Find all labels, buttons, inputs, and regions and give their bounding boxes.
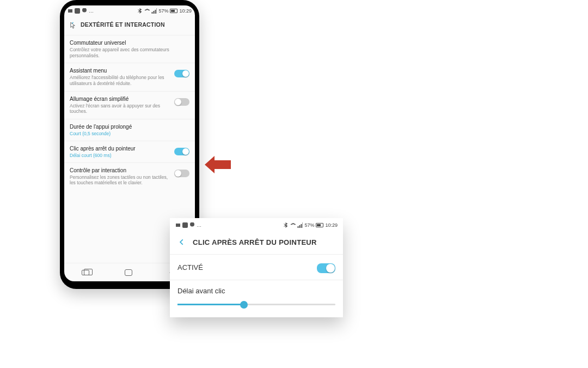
setting-value: Court (0,5 seconde) <box>70 131 189 136</box>
wifi-icon <box>290 223 296 227</box>
bluetooth-icon <box>283 222 289 228</box>
setting-desc: Personnalisez les zones tactiles ou non … <box>70 174 171 186</box>
notification-icon <box>68 8 73 14</box>
page-title: DEXTÉRITÉ ET INTERACTION <box>81 21 165 28</box>
setting-desc: Améliorez l'accessibilité du téléphone p… <box>70 75 171 86</box>
setting-title: Contrôle par interaction <box>70 167 171 173</box>
detail-status-bar: … 57% 10:29 <box>170 218 343 232</box>
person-icon <box>82 8 87 14</box>
setting-universal-switch[interactable]: Commutateur universel Contrôlez votre ap… <box>64 35 195 63</box>
more-icon: … <box>89 8 94 14</box>
more-icon: … <box>197 222 201 228</box>
setting-interaction-control[interactable]: Contrôle par interaction Personnalisez l… <box>64 163 195 190</box>
detail-title: CLIC APRÈS ARRÊT DU POINTEUR <box>193 238 317 246</box>
notification-icon <box>175 222 181 228</box>
setting-title: Clic après arrêt du pointeur <box>70 146 171 152</box>
active-row[interactable]: ACTIVÉ <box>170 255 343 280</box>
battery-icon <box>316 223 323 227</box>
bluetooth-icon <box>137 8 143 14</box>
callout-arrow-icon <box>203 153 233 177</box>
wifi-icon <box>144 9 150 13</box>
setting-title: Assistant menu <box>70 68 171 74</box>
signal-icon <box>297 222 303 228</box>
status-bar: … 57% 10:29 <box>64 5 195 16</box>
battery-percent: 57% <box>158 8 168 14</box>
setting-long-press-duration[interactable]: Durée de l'appui prolongé Court (0,5 sec… <box>64 119 195 141</box>
toggle-active[interactable] <box>317 263 335 273</box>
toggle-assistant-menu[interactable] <box>174 70 189 77</box>
setting-click-after-pointer-stop[interactable]: Clic après arrêt du pointeur Délai court… <box>64 141 195 163</box>
person-icon <box>189 222 195 228</box>
detail-header: CLIC APRÈS ARRÊT DU POINTEUR <box>170 232 343 255</box>
detail-panel: … 57% 10:29 CLIC APRÈS ARRÊT DU POINTEUR… <box>170 218 343 317</box>
back-button[interactable] <box>176 237 187 248</box>
setting-title: Allumage écran simplifié <box>70 96 171 102</box>
signal-icon <box>151 8 157 14</box>
setting-value: Délai court (600 ms) <box>70 153 171 158</box>
toggle-interaction-control[interactable] <box>174 170 189 177</box>
battery-icon <box>170 9 177 13</box>
toggle-click-after-pointer[interactable] <box>174 148 189 155</box>
facebook-icon <box>182 222 188 228</box>
delay-slider[interactable] <box>177 304 335 305</box>
home-button[interactable] <box>125 269 132 276</box>
clock: 10:29 <box>325 222 338 228</box>
active-label: ACTIVÉ <box>177 263 317 272</box>
setting-easy-screen-on[interactable]: Allumage écran simplifié Activez l'écran… <box>64 92 195 119</box>
setting-desc: Contrôlez votre appareil avec des commut… <box>70 47 189 58</box>
toggle-easy-screen-on[interactable] <box>174 98 189 106</box>
slider-fill <box>177 304 244 305</box>
delay-slider-section: Délai avant clic <box>170 280 343 317</box>
clock: 10:29 <box>179 8 192 14</box>
facebook-icon <box>75 8 80 14</box>
recent-apps-button[interactable] <box>82 270 89 275</box>
setting-desc: Activez l'écran sans avoir à appuyer sur… <box>70 103 171 114</box>
setting-title: Durée de l'appui prolongé <box>70 124 189 130</box>
setting-assistant-menu[interactable]: Assistant menu Améliorez l'accessibilité… <box>64 63 195 91</box>
battery-percent: 57% <box>304 222 314 228</box>
slider-label: Délai avant clic <box>177 287 335 295</box>
screen-header: DEXTÉRITÉ ET INTERACTION <box>64 16 195 35</box>
back-button[interactable] <box>68 20 77 29</box>
setting-title: Commutateur universel <box>70 40 189 46</box>
slider-thumb[interactable] <box>240 301 248 309</box>
